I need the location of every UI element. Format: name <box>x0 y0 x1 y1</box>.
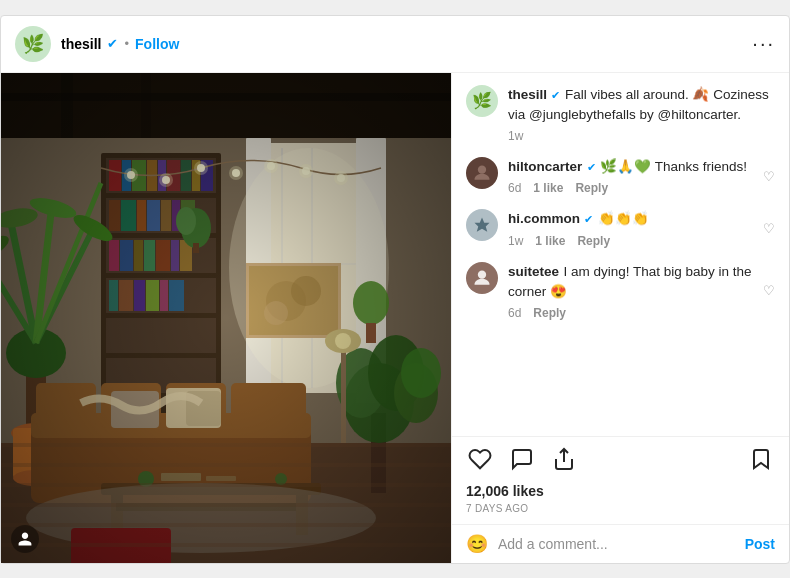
post-time: 7 days ago <box>466 503 775 520</box>
user-icon[interactable] <box>11 525 39 553</box>
caption-username: thesill <box>508 87 547 102</box>
comments-area: 🌿 thesill ✔ Fall vibes all around. 🍂 Coz… <box>452 73 789 436</box>
dot-separator: • <box>124 36 129 51</box>
reply-button[interactable]: Reply <box>575 181 608 195</box>
reply-button[interactable]: Reply <box>577 234 610 248</box>
caption-time: 1w <box>508 129 523 143</box>
comment-text: 👏👏👏 <box>598 211 649 226</box>
comment-like-button[interactable]: ♡ <box>763 209 775 247</box>
comment-verified: ✔ <box>587 161 596 173</box>
caption-avatar: 🌿 <box>466 85 498 117</box>
caption-content: thesill ✔ Fall vibes all around. 🍂 Cozin… <box>508 85 775 144</box>
comment-avatar <box>466 157 498 189</box>
comment-meta: 1w 1 like Reply <box>508 234 753 248</box>
comment-content: suitetee I am dying! That big baby in th… <box>508 262 753 321</box>
svg-point-120 <box>353 281 389 325</box>
comment-avatar <box>466 209 498 241</box>
post-body: 🌿 thesill ✔ Fall vibes all around. 🍂 Coz… <box>1 73 789 563</box>
svg-marker-124 <box>475 218 490 232</box>
comment-like-button[interactable]: ♡ <box>763 262 775 321</box>
verified-icon: ✔ <box>107 36 118 51</box>
like-button[interactable] <box>466 445 494 479</box>
comment-row: suitetee I am dying! That big baby in th… <box>466 262 775 321</box>
caption-row: 🌿 thesill ✔ Fall vibes all around. 🍂 Coz… <box>466 85 775 144</box>
post-right-panel: 🌿 thesill ✔ Fall vibes all around. 🍂 Coz… <box>451 73 789 563</box>
share-button[interactable] <box>550 445 578 479</box>
emoji-button[interactable]: 😊 <box>466 533 488 555</box>
comment-username: suitetee <box>508 264 559 279</box>
caption-meta: 1w <box>508 129 775 143</box>
reply-button[interactable]: Reply <box>533 306 566 320</box>
comment-username: hiltoncarter <box>508 159 582 174</box>
post-card: 🌿 thesill ✔ • Follow ··· <box>0 15 790 564</box>
comment-input-area: 😊 Post <box>452 524 789 563</box>
comment-meta: 6d Reply <box>508 306 753 320</box>
caption-verified: ✔ <box>551 89 560 101</box>
post-actions: 12,006 likes 7 days ago <box>452 436 789 524</box>
comment-content: hiltoncarter ✔ 🌿🙏💚 Thanks friends! 6d 1 … <box>508 157 753 195</box>
comment-verified: ✔ <box>584 213 593 225</box>
post-header: 🌿 thesill ✔ • Follow ··· <box>1 16 789 73</box>
comment-likes: 1 like <box>535 234 565 248</box>
likes-count: 12,006 likes <box>466 479 775 503</box>
comment-text: 🌿🙏💚 Thanks friends! <box>600 159 747 174</box>
comment-likes: 1 like <box>533 181 563 195</box>
action-icons-row <box>466 445 775 479</box>
comment-row: hiltoncarter ✔ 🌿🙏💚 Thanks friends! 6d 1 … <box>466 157 775 195</box>
comment-meta: 6d 1 like Reply <box>508 181 753 195</box>
comment-content: hi.common ✔ 👏👏👏 1w 1 like Reply <box>508 209 753 247</box>
more-options-button[interactable]: ··· <box>752 32 775 55</box>
comment-username: hi.common <box>508 211 580 226</box>
svg-point-122 <box>401 348 441 398</box>
comment-time: 1w <box>508 234 523 248</box>
bookmark-button[interactable] <box>747 445 775 479</box>
svg-rect-121 <box>366 323 376 343</box>
caption-text: Fall vibes all around. 🍂 Coziness via @j… <box>508 87 769 122</box>
follow-button[interactable]: Follow <box>135 36 179 52</box>
svg-point-125 <box>478 270 486 278</box>
comment-input[interactable] <box>498 536 735 552</box>
post-image <box>1 73 451 563</box>
svg-point-123 <box>478 166 486 174</box>
header-username: thesill <box>61 36 101 52</box>
header-avatar: 🌿 <box>15 26 51 62</box>
comment-row: hi.common ✔ 👏👏👏 1w 1 like Reply ♡ <box>466 209 775 247</box>
post-comment-button[interactable]: Post <box>745 536 775 552</box>
comment-time: 6d <box>508 181 521 195</box>
comment-time: 6d <box>508 306 521 320</box>
comment-avatar <box>466 262 498 294</box>
comment-like-button[interactable]: ♡ <box>763 157 775 195</box>
comment-button[interactable] <box>508 445 536 479</box>
header-info: thesill ✔ • Follow <box>61 36 752 52</box>
